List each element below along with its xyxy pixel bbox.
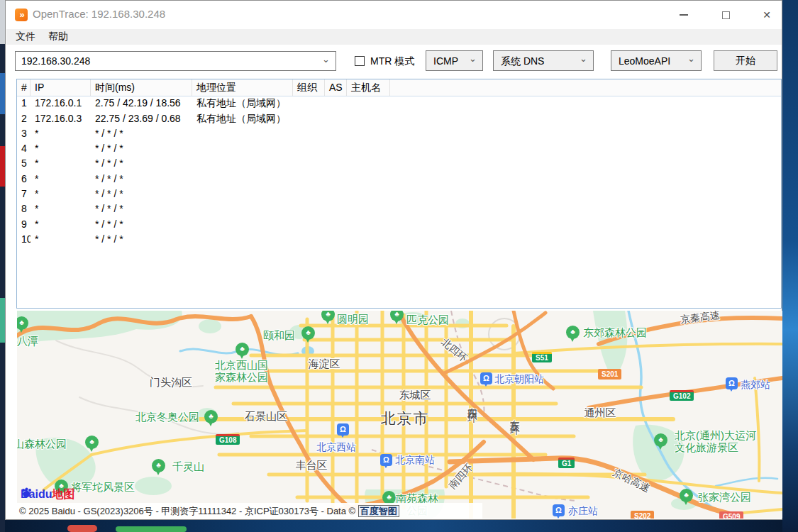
park-marker-icon[interactable]: ♣: [152, 459, 165, 472]
cell-as: [325, 187, 347, 202]
target-host-value: 192.168.30.248: [21, 55, 90, 67]
menu-file[interactable]: 文件: [13, 30, 38, 44]
cell-geo: [192, 172, 293, 187]
table-row[interactable]: 10** / * / *: [17, 233, 781, 248]
cell-time: * / * / *: [91, 202, 192, 217]
desktop-left-edge: [0, 0, 5, 532]
road-badge: G102: [670, 390, 694, 401]
target-host-input[interactable]: 192.168.30.248 ⌄: [15, 51, 336, 71]
dns-select[interactable]: 系统 DNS ⌄: [493, 50, 594, 71]
table-row[interactable]: 3** / * / *: [17, 127, 781, 142]
table-body: 1172.16.0.12.75 / 42.19 / 18.56私有地址（局域网）…: [17, 96, 781, 248]
table-row[interactable]: 1172.16.0.12.75 / 42.19 / 18.56私有地址（局域网）: [17, 96, 781, 111]
maximize-button[interactable]: [716, 6, 735, 24]
map-park-label: 东郊森林公园: [583, 326, 647, 338]
api-select[interactable]: LeoMoeAPI ⌄: [611, 50, 702, 71]
desktop-bottom-edge: [5, 520, 782, 532]
station-marker-icon[interactable]: Ω: [380, 454, 392, 466]
map-attribution: © 2025 Baidu - GS(2023)3206号 - 甲测资字11111…: [19, 505, 399, 518]
map-station-label: 北京西站: [316, 441, 356, 454]
cell-hop: 4: [17, 142, 31, 157]
cell-hop: 6: [17, 172, 31, 187]
map-park-label: 圆明园: [337, 313, 369, 325]
station-marker-icon[interactable]: Ω: [553, 504, 565, 516]
map-park-label: 匹克公园: [406, 314, 449, 326]
menubar: 文件 帮助: [6, 29, 782, 45]
park-marker-icon[interactable]: ♣: [654, 433, 667, 447]
column-header[interactable]: 时间(ms): [91, 79, 192, 96]
api-value: LeoMoeAPI: [619, 55, 670, 67]
protocol-select[interactable]: ICMP ⌄: [426, 50, 483, 71]
cell-hop: 1: [17, 96, 31, 111]
taskbar-item[interactable]: [67, 525, 97, 532]
cell-time: * / * / *: [91, 142, 192, 157]
chevron-down-icon[interactable]: ⌄: [322, 54, 330, 65]
map-city-label: 北京市: [381, 409, 430, 428]
column-header[interactable]: 主机名: [347, 79, 390, 96]
map-district-label: 海淀区: [309, 358, 340, 371]
cell-org: [293, 157, 325, 172]
table-row[interactable]: 2172.16.0.322.75 / 23.69 / 0.68私有地址（局域网）: [17, 112, 781, 127]
station-marker-icon[interactable]: Ω: [726, 377, 738, 389]
park-marker-icon[interactable]: ♣: [301, 326, 315, 340]
mtr-mode-checkbox[interactable]: [355, 56, 365, 66]
park-marker-icon[interactable]: ♣: [235, 343, 249, 356]
baidu-logo-map: 地图: [52, 488, 74, 500]
desktop: » OpenTrace: 192.168.30.248 ✕ 文件 帮助 192.…: [0, 0, 798, 532]
minimize-button[interactable]: [675, 6, 693, 24]
cell-ip: 172.16.0.3: [31, 112, 91, 127]
menu-help[interactable]: 帮助: [45, 30, 71, 44]
cell-hop: 8: [17, 202, 31, 217]
taskbar-item[interactable]: [116, 526, 187, 532]
cell-time: * / * / *: [91, 218, 192, 233]
park-marker-icon[interactable]: ♣: [680, 489, 693, 502]
cell-time: 2.75 / 42.19 / 18.56: [91, 96, 192, 111]
cell-geo: [192, 233, 293, 248]
map-district-label: 通州区: [584, 406, 616, 420]
start-button[interactable]: 开始: [714, 50, 777, 71]
cell-as: [325, 172, 347, 187]
cell-host: [347, 187, 390, 202]
park-marker-icon[interactable]: ♣: [204, 410, 218, 423]
table-row[interactable]: 6** / * / *: [17, 172, 781, 187]
station-marker-icon[interactable]: Ω: [337, 423, 349, 436]
station-marker-icon[interactable]: Ω: [480, 372, 492, 384]
table-row[interactable]: 7** / * / *: [17, 187, 781, 202]
table-row[interactable]: 8** / * / *: [17, 202, 781, 217]
cell-org: [293, 218, 325, 233]
map-view[interactable]: 北京市海淀区门头沟区东城区石景山区通州区丰台区♣十八潭♣颐和园♣圆明园♣匹克公园…: [17, 311, 782, 519]
map-park-label: 天门山森林公园: [17, 438, 67, 450]
road-badge: G108: [216, 434, 240, 445]
close-button[interactable]: ✕: [758, 6, 776, 24]
column-header[interactable]: #: [17, 79, 31, 96]
cell-host: [347, 233, 390, 248]
baidu-logo[interactable]: Baidu地图: [21, 487, 74, 502]
desktop-item: [0, 298, 5, 343]
column-header[interactable]: AS: [325, 79, 347, 96]
cell-host: [347, 218, 390, 233]
table-row[interactable]: 9** / * / *: [17, 218, 781, 233]
cell-time: 22.75 / 23.69 / 0.68: [91, 112, 192, 127]
cell-ip: *: [31, 172, 91, 187]
park-marker-icon[interactable]: ♣: [85, 436, 99, 449]
cell-org: [293, 127, 325, 142]
dns-value: 系统 DNS: [501, 55, 544, 68]
titlebar[interactable]: » OpenTrace: 192.168.30.248 ✕: [6, 1, 782, 29]
table-row[interactable]: 5** / * / *: [17, 157, 781, 172]
cell-as: [325, 202, 347, 217]
cell-hop: 3: [17, 127, 31, 142]
baidu-paw-icon: [21, 487, 33, 498]
table-row[interactable]: 4** / * / *: [17, 142, 781, 157]
park-marker-icon[interactable]: ♣: [566, 326, 580, 339]
mtr-mode-label[interactable]: MTR 模式: [370, 55, 414, 68]
trace-table[interactable]: #IP时间(ms)地理位置组织AS主机名 1172.16.0.12.75 / 4…: [16, 79, 782, 309]
cell-org: [293, 172, 325, 187]
minimize-icon: [680, 14, 688, 16]
map-district-label: 石景山区: [245, 410, 287, 423]
map-park-label: 将军坨风景区: [71, 481, 135, 493]
column-header[interactable]: 组织: [293, 79, 325, 96]
column-header[interactable]: IP: [31, 79, 91, 96]
cell-ip: *: [31, 202, 91, 217]
column-header[interactable]: 地理位置: [192, 79, 293, 96]
cell-host: [347, 127, 390, 142]
